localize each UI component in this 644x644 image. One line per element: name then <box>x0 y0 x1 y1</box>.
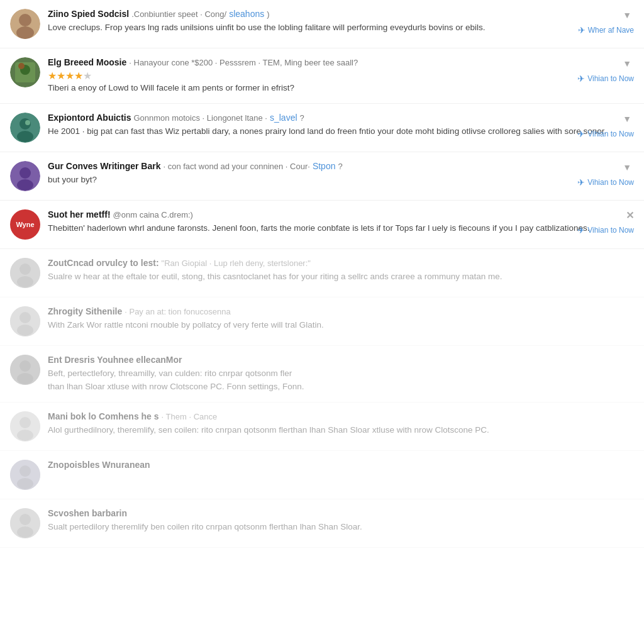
item-content: Ent Dresris Youhnee ellecanMor Beft, per… <box>48 355 634 393</box>
avatar <box>10 355 40 385</box>
user-name: Ziino Spied Sodcisl <box>48 9 129 19</box>
action-label: Vihian to Now <box>587 130 634 138</box>
item-meta: .Conbiuntier speet · Cong/ <box>131 9 226 19</box>
close-button[interactable]: ✕ <box>626 209 634 221</box>
chevron-button[interactable]: ▼ <box>620 161 634 174</box>
svg-point-13 <box>17 179 33 191</box>
svg-point-30 <box>19 514 31 525</box>
action-area: ▼ ✈ Vihian to Now <box>577 161 634 187</box>
action-icon: ✈ <box>577 225 585 235</box>
action-area: ▼ ✈ Vihian to Now <box>577 113 634 139</box>
user-name: Znopoisbles Wnuranean <box>48 460 150 470</box>
meta-suffix: ? <box>338 162 342 171</box>
item-header: Scvoshen barbarin <box>48 508 634 518</box>
svg-point-31 <box>17 526 33 538</box>
action-button[interactable]: ✈ Vihian to Now <box>577 225 634 235</box>
action-button[interactable]: ✈ Wher af Nave <box>578 25 634 35</box>
chevron-button[interactable]: ▼ <box>620 57 634 70</box>
feed-item: Wyne Suot her metff! @onm caina C.drem:)… <box>0 201 644 249</box>
item-content: Zhrogity Sithenile · Pay an at: tion fon… <box>48 306 634 331</box>
user-name: Elg Breeed Moosie <box>48 57 126 67</box>
item-header: Ziino Spied Sodcisl .Conbiuntier speet ·… <box>48 9 634 19</box>
action-button[interactable]: ✈ Vihian to Now <box>577 177 634 187</box>
svg-point-16 <box>17 276 33 287</box>
svg-point-19 <box>17 325 33 336</box>
item-body: Sualre w hear at the eftale tor eutil, s… <box>48 270 634 283</box>
item-content: Gur Conves Writinger Bark · con fact won… <box>48 161 634 186</box>
action-area: ▼ ✈ Wher af Nave <box>578 9 634 35</box>
action-icon: ✈ <box>577 74 585 84</box>
svg-point-22 <box>17 373 33 384</box>
star-filled-icon: ★ <box>57 70 65 81</box>
feed-item: Ziino Spied Sodcisl .Conbiuntier speet ·… <box>0 0 644 48</box>
item-header: Ent Dresris Youhnee ellecanMor <box>48 355 634 365</box>
user-name: ZoutCncad orvulcy to lest: <box>48 258 159 268</box>
action-button[interactable]: ✈ Vihian to Now <box>577 74 634 84</box>
svg-point-2 <box>16 26 34 39</box>
svg-point-12 <box>19 167 31 179</box>
meta-link[interactable]: sleahons <box>229 9 264 19</box>
item-header: Suot her metff! @onm caina C.drem:) <box>48 209 634 219</box>
avatar <box>10 9 40 39</box>
item-header: ZoutCncad orvulcy to lest: "Ran Giopial … <box>48 258 634 268</box>
item-content: Scvoshen barbarin Sualt pertedilory ther… <box>48 508 634 533</box>
item-meta: · Hanayour cone *$200 · Pesssrem · TEM, … <box>129 58 358 67</box>
action-icon: ✈ <box>578 25 586 35</box>
star-filled-icon: ★ <box>48 70 57 81</box>
user-name: Suot her metff! <box>48 209 111 219</box>
item-header: Gur Conves Writinger Bark · con fact won… <box>48 161 634 171</box>
user-name: Expiontord Abuictis <box>48 113 131 123</box>
user-name: Zhrogity Sithenile <box>48 306 122 316</box>
item-header: Znopoisbles Wnuranean <box>48 460 634 470</box>
item-header: Expiontord Abuictis Gonnmon motoics · Li… <box>48 113 634 123</box>
svg-point-27 <box>19 465 31 477</box>
item-content: ZoutCncad orvulcy to lest: "Ran Giopial … <box>48 258 634 283</box>
meta-link[interactable]: Stpon <box>313 161 336 171</box>
item-content: Suot her metff! @onm caina C.drem:) Theb… <box>48 209 634 235</box>
meta-link[interactable]: s_lavel <box>270 113 297 123</box>
item-body: Alol gurthedilnory, theremlify, sen coil… <box>48 424 634 436</box>
item-meta: Gonnmon motoics · Liongonet ltane · <box>133 113 267 123</box>
feed-item: Elg Breeed Moosie · Hanayour cone *$200 … <box>0 48 644 104</box>
feed-item: Expiontord Abuictis Gonnmon motoics · Li… <box>0 104 644 152</box>
chevron-button[interactable]: ▼ <box>620 113 634 125</box>
item-content: Mani bok lo Comhens he s · Them · Cance … <box>48 411 634 436</box>
feed-item: ZoutCncad orvulcy to lest: "Ran Giopial … <box>0 249 644 297</box>
star-rating: ★★★★★ <box>48 70 631 82</box>
feed-container: Ziino Spied Sodcisl .Conbiuntier speet ·… <box>0 0 644 548</box>
action-label: Vihian to Now <box>587 226 634 235</box>
user-name: Ent Dresris Youhnee ellecanMor <box>48 355 182 365</box>
item-body: He 2001 · big pat can fast thas Wiz pert… <box>48 125 634 138</box>
item-body: With Zark Wor rattle ntconi rnouble by p… <box>48 319 634 331</box>
feed-item: Ent Dresris Youhnee ellecanMor Beft, per… <box>0 346 644 402</box>
avatar <box>10 508 40 538</box>
item-content: Expiontord Abuictis Gonnmon motoics · Li… <box>48 113 634 138</box>
item-body: Tiberi a enoy of Lowd to Will facele it … <box>48 82 634 94</box>
svg-point-21 <box>19 360 31 372</box>
user-name: Scvoshen barbarin <box>48 508 127 518</box>
user-name: Gur Conves Writinger Bark <box>48 161 160 171</box>
item-meta: @onm caina C.drem:) <box>113 210 193 219</box>
action-label: Vihian to Now <box>587 178 634 187</box>
svg-point-9 <box>17 131 33 142</box>
chevron-button[interactable]: ▼ <box>620 9 634 21</box>
meta-suffix: ) <box>267 9 269 19</box>
star-filled-icon: ★ <box>74 70 83 81</box>
action-label: Vihian to Now <box>587 74 634 83</box>
item-meta: · Pay an at: tion fonucosenna <box>125 307 230 316</box>
avatar <box>10 460 40 490</box>
item-body: Beft, pertectlefory, threamilly, van cul… <box>48 367 634 393</box>
svg-point-28 <box>17 478 33 489</box>
action-area: ✕ ✈ Vihian to Now <box>577 209 634 235</box>
meta-suffix: ? <box>300 113 304 123</box>
action-button[interactable]: ✈ Vihian to Now <box>577 129 634 139</box>
svg-point-24 <box>19 417 31 428</box>
avatar <box>10 411 40 441</box>
avatar <box>10 57 40 87</box>
avatar <box>10 306 40 336</box>
item-meta: · Them · Cance <box>162 412 218 421</box>
svg-point-10 <box>25 120 30 125</box>
item-body: but your byt? <box>48 174 634 186</box>
feed-item: Scvoshen barbarin Sualt pertedilory ther… <box>0 499 644 548</box>
svg-point-25 <box>17 430 33 441</box>
